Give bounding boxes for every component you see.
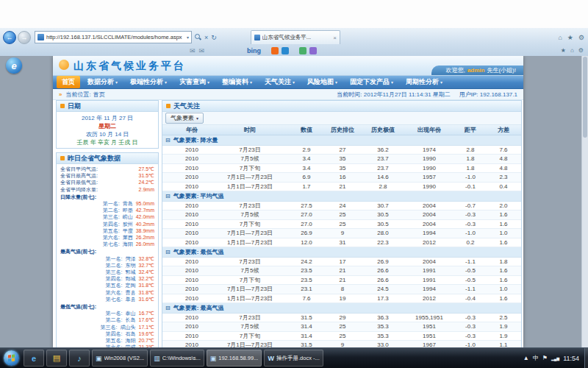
table-row[interactable]: 20107月1日—7月23日23.1824.51994-1.11.0 (162, 285, 521, 294)
table-row[interactable]: 20107月5候31.42535.31951-0.31.9 (162, 322, 521, 332)
breadcrumb-current[interactable]: 首页 (93, 91, 105, 99)
table-row[interactable]: 20107月5候27.02530.52004-0.31.6 (162, 210, 521, 220)
taskbar-explorer-icon[interactable]: ▤ (46, 350, 67, 367)
nav-item-label: 风险地图 (307, 77, 334, 87)
table-row[interactable]: 20107月23日24.21726.92004-1.11.8 (162, 258, 521, 267)
window-app-icon: ▣ (96, 355, 102, 362)
language-indicator[interactable]: 中 (533, 354, 539, 362)
shortcut-icon[interactable] (309, 47, 317, 54)
table-row[interactable]: 20107月1日—7月23日26.9928.01994-1.01.0 (162, 229, 521, 238)
table-row[interactable]: 20107月下旬3.43523.719901.84.8 (162, 164, 521, 174)
start-button[interactable] (4, 350, 19, 366)
rank-item: 第一名:菏泽32.8℃ (60, 255, 154, 262)
collapse-icon[interactable]: ⊟ (165, 305, 171, 311)
table-row[interactable]: 20107月下旬27.02530.52004-0.31.6 (162, 220, 521, 230)
table-row[interactable]: 20101月1日—7月23日1.7212.81990-0.10.4 (162, 183, 521, 192)
column-header: 距平 (455, 126, 486, 134)
welcome-prefix: 欢迎您, (446, 66, 465, 75)
network-icon[interactable]: ▂▄▆ (551, 356, 559, 361)
taskbar-window-button[interactable]: ▣192.168.58.99... (207, 350, 262, 367)
back-button[interactable]: ← (3, 31, 16, 44)
favorites-icon[interactable]: ★ (567, 34, 573, 41)
search-icon[interactable] (195, 34, 201, 40)
table-row[interactable]: 20107月下旬31.42535.31951-0.31.9 (162, 332, 521, 342)
chevron-down-icon: ▾ (207, 79, 209, 85)
table-row[interactable]: 20107月23日31.52936.31955,1951-0.32.5 (162, 314, 521, 323)
forward-button[interactable]: → (18, 31, 31, 44)
collapse-icon[interactable]: ⊟ (165, 249, 171, 255)
table-group-row[interactable]: ⊟气象要素: 最低气温 (162, 247, 521, 258)
tab-close-icon[interactable]: × (333, 35, 337, 41)
scrollbar[interactable] (581, 56, 588, 348)
table-group-row[interactable]: ⊟气象要素: 最高气温 (162, 303, 521, 314)
cell: 25 (323, 221, 362, 227)
tools-gear-icon[interactable]: ⚙ (578, 34, 584, 41)
show-desktop-button[interactable] (584, 348, 588, 368)
browser-tab[interactable]: 山东省气候业务平... × (251, 30, 340, 44)
gear-icon[interactable]: ⚙ (578, 47, 584, 54)
table-group-row[interactable]: ⊟气象要素: 平均气温 (162, 191, 521, 202)
table-row[interactable]: 20107月23日27.52430.72004-0.72.0 (162, 202, 521, 211)
shortcut-icon[interactable] (299, 47, 306, 54)
favorite-star-icon[interactable]: ★ (561, 47, 566, 54)
refresh-icon[interactable]: ↻ (211, 34, 217, 41)
home-icon[interactable]: ⌂ (570, 47, 574, 54)
taskbar-ie-icon[interactable]: e (24, 350, 44, 367)
table-row[interactable]: 20107月23日2.92736.219742.87.6 (162, 146, 521, 155)
nav-item-data-analysis[interactable]: 数据分析▾ (82, 76, 123, 88)
taskbar-window-button[interactable]: ▥C:\Windows\s... (150, 350, 204, 367)
address-bar[interactable]: http://192.168.137.1/SLCCLIMATE/modules/… (35, 31, 192, 43)
ie-logo-icon[interactable]: e (6, 57, 22, 74)
address-dropdown-icon[interactable]: ▾ (187, 35, 189, 40)
shortcut-icon[interactable] (271, 47, 279, 54)
mail-icon[interactable]: ✉ (190, 47, 196, 54)
stop-button-icon[interactable]: × (204, 34, 208, 41)
nav-item-issued-products[interactable]: 固定下发产品▾ (345, 76, 398, 88)
nav-item-periodic-analysis[interactable]: 周期性分析▾ (401, 76, 448, 88)
cell: 27.0 (290, 211, 323, 218)
nav-item-risk-map[interactable]: 风险地图▾ (302, 76, 343, 88)
cell: -0.5 (455, 267, 486, 274)
nav-item-weather-focus[interactable]: 天气关注▾ (259, 76, 300, 88)
table-row[interactable]: 20101月1日—7月23日7.61917.32012-0.41.6 (162, 294, 521, 304)
table-row[interactable]: 20107月5候23.52126.61991-0.51.6 (162, 266, 521, 276)
app-glyph: e (32, 354, 36, 363)
table-group-row[interactable]: ⊟气象要素: 降水量 (162, 135, 521, 146)
taskbar-clock[interactable]: 11:54 (563, 355, 579, 362)
nav-item-extreme-analysis[interactable]: 极端性分析▾ (125, 76, 172, 88)
cell: 2010 (174, 277, 209, 283)
table-row[interactable]: 20101月1日—7月23日12.03122.320120.21.6 (162, 238, 521, 248)
taskbar-window-button[interactable]: W操作手册.docx -... (264, 350, 323, 367)
action-center-flag-icon[interactable]: ⚑ (542, 355, 548, 361)
collapse-icon[interactable]: ⊟ (165, 193, 171, 199)
nav-item-disaster-query[interactable]: 灾害查询▾ (174, 76, 215, 88)
nav-item-home[interactable]: 首页 (57, 76, 80, 88)
home-icon[interactable]: ⌂ (558, 34, 562, 41)
cell: 7月下旬 (209, 276, 290, 284)
scrollbar-thumb[interactable] (583, 57, 587, 138)
windows-flag-icon (8, 355, 15, 362)
nav-item-compiled-data[interactable]: 整编资料▾ (217, 76, 257, 88)
tray-overflow-icon[interactable]: ▲ (523, 355, 529, 361)
cell: 1.1 (486, 342, 521, 347)
table-row[interactable]: 20107月5候3.43523.719901.84.8 (162, 155, 521, 164)
bing-logo[interactable]: bing (247, 47, 261, 54)
table-row[interactable]: 20107月1日—7月23日31.5933.01967-1.01.1 (162, 341, 521, 347)
cell: 3.4 (290, 165, 323, 171)
taskbar-media-player-icon[interactable]: ♪ (69, 350, 90, 367)
collapse-icon[interactable]: ⊟ (165, 137, 171, 144)
taskbar-window-button[interactable]: ▣Win2008 (VS2... (92, 350, 148, 367)
cell: 35.3 (362, 323, 404, 330)
rank-section-title: 日降水量(前七): (60, 194, 154, 200)
mail-icon[interactable]: ✉ (199, 47, 205, 54)
rank-label: 第五名: (106, 337, 123, 344)
weather-panel-title: 昨日全省气象数据 (68, 154, 121, 163)
cell: 36.2 (362, 146, 404, 153)
table-row[interactable]: 20107月下旬23.52126.61991-0.51.6 (162, 276, 521, 286)
element-filter-button[interactable]: 气象要素 ▾ (165, 113, 204, 124)
shortcut-icon[interactable] (282, 47, 289, 54)
cell: 7月下旬 (209, 164, 290, 172)
cell: 7.6 (290, 295, 323, 302)
table-row[interactable]: 20107月1日—7月23日6.91614.61957-1.02.3 (162, 173, 521, 183)
cell: 1.0 (486, 230, 521, 236)
